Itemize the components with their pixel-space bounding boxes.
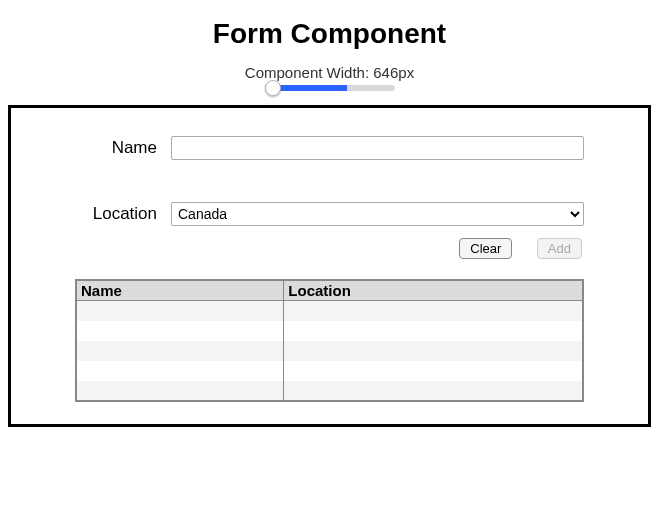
table-header-location: Location [284,280,583,301]
form-panel: Name Location Canada Clear Add [8,105,651,427]
width-label: Component Width: 646px [6,64,653,81]
name-input[interactable] [171,136,584,160]
data-table: Name Location [75,279,584,402]
add-button[interactable]: Add [537,238,582,259]
width-slider[interactable] [265,85,395,91]
page-title: Form Component [6,18,653,50]
location-label: Location [75,204,171,224]
table-row [76,361,583,381]
table-row [76,321,583,341]
table-row [76,341,583,361]
name-label: Name [75,138,171,158]
table-header-name: Name [76,280,284,301]
clear-button[interactable]: Clear [459,238,512,259]
table-row [76,301,583,321]
location-select[interactable]: Canada [171,202,584,226]
table-row [76,381,583,401]
